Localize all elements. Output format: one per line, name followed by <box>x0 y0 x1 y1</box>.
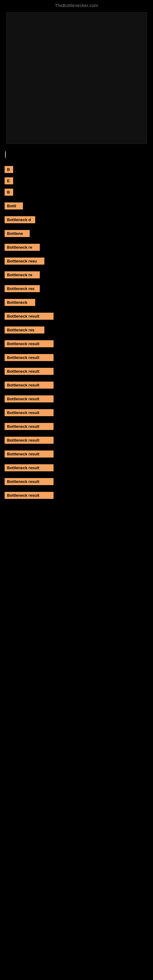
list-item: Bottleneck result <box>5 368 148 375</box>
results-container: BEBBottlBottleneck dBottleneBottleneck r… <box>0 161 153 499</box>
list-item: Bottleneck result <box>5 464 148 471</box>
bottleneck-result-label: Bottleneck result <box>5 423 54 430</box>
bottleneck-result-label: Bottleneck re <box>5 271 40 278</box>
bottleneck-result-label: Bottleneck resu <box>5 258 45 265</box>
bottleneck-result-label: E <box>5 177 13 185</box>
list-item: Bottleneck result <box>5 478 148 485</box>
bottleneck-result-label: Bottleneck <box>5 299 35 306</box>
site-title-text: TheBottlenecker.com <box>55 3 98 8</box>
list-item: Bottleneck res <box>5 285 148 292</box>
list-item: B <box>5 166 148 173</box>
cursor: | <box>0 144 153 161</box>
list-item: Bottleneck result <box>5 340 148 347</box>
list-item: Bottleneck result <box>5 382 148 389</box>
list-item: Bottleneck result <box>5 409 148 416</box>
bottleneck-result-label: Bottleneck result <box>5 437 54 444</box>
list-item: Bottleneck result <box>5 395 148 402</box>
bottleneck-result-label: B <box>5 189 13 196</box>
list-item: Bottleneck result <box>5 437 148 444</box>
bottleneck-result-label: Bottleneck res <box>5 326 45 334</box>
list-item: Bottleneck re <box>5 271 148 278</box>
bottleneck-result-label: Bottleneck result <box>5 492 54 499</box>
bottleneck-result-label: Bottlene <box>5 230 30 237</box>
list-item: Bottleneck result <box>5 313 148 320</box>
bottleneck-result-label: Bottleneck result <box>5 354 54 361</box>
list-item: Bottl <box>5 202 148 210</box>
list-item: Bottleneck re <box>5 244 148 251</box>
list-item: Bottleneck <box>5 299 148 306</box>
list-item: Bottleneck result <box>5 492 148 499</box>
bottleneck-result-label: Bottleneck result <box>5 340 54 347</box>
bottleneck-result-label: Bottleneck result <box>5 450 54 458</box>
list-item: Bottleneck result <box>5 354 148 361</box>
list-item: Bottleneck result <box>5 450 148 458</box>
bottleneck-result-label: Bottleneck result <box>5 382 54 389</box>
list-item: Bottleneck resu <box>5 258 148 265</box>
bottleneck-result-label: Bottleneck d <box>5 216 35 223</box>
bottleneck-result-label: Bottleneck result <box>5 478 54 485</box>
list-item: Bottleneck result <box>5 423 148 430</box>
bottleneck-result-label: Bottleneck re <box>5 244 40 251</box>
list-item: Bottleneck res <box>5 326 148 334</box>
list-item: Bottleneck d <box>5 216 148 223</box>
list-item: B <box>5 189 148 196</box>
top-block <box>6 12 147 144</box>
list-item: E <box>5 177 148 185</box>
list-item: Bottlene <box>5 230 148 237</box>
bottleneck-result-label: Bottl <box>5 202 23 210</box>
bottleneck-result-label: Bottleneck result <box>5 409 54 416</box>
site-title: TheBottlenecker.com <box>0 0 153 10</box>
bottleneck-result-label: Bottleneck result <box>5 395 54 402</box>
bottleneck-result-label: Bottleneck result <box>5 313 54 320</box>
bottleneck-result-label: Bottleneck result <box>5 368 54 375</box>
bottleneck-result-label: Bottleneck res <box>5 285 40 292</box>
bottleneck-result-label: B <box>5 166 13 173</box>
bottleneck-result-label: Bottleneck result <box>5 464 54 471</box>
